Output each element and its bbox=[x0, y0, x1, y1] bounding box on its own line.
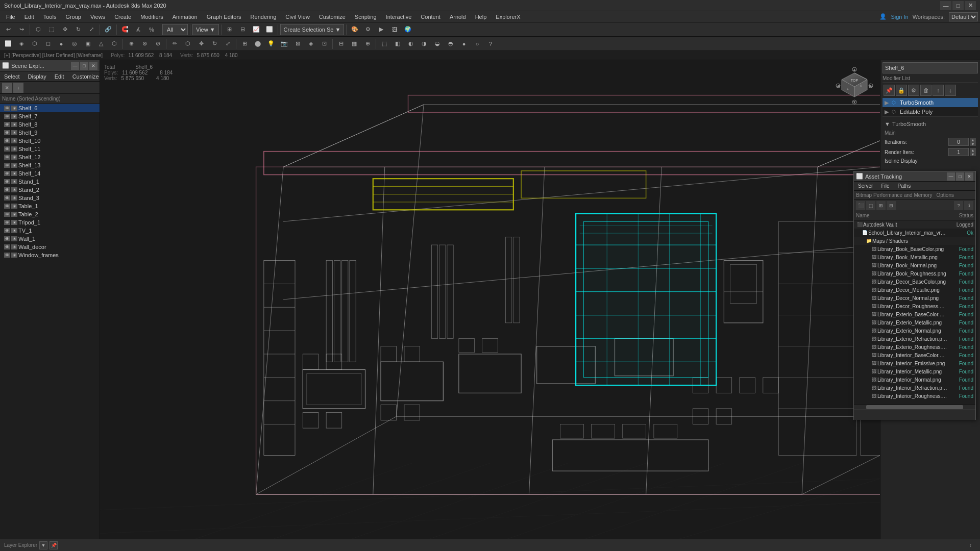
tb2-group[interactable]: ⊞ bbox=[238, 38, 251, 50]
view-button[interactable]: View ▼ bbox=[192, 24, 219, 35]
layer-explorer-arrow-btn[interactable]: ▼ bbox=[39, 541, 47, 549]
se-item-shelf-14[interactable]: 👁 ☀ Shelf_14 bbox=[0, 169, 100, 178]
tb2-v3[interactable]: ◒ bbox=[431, 38, 444, 50]
move-button[interactable]: ✥ bbox=[59, 23, 71, 36]
mod-pin-btn[interactable]: 📌 bbox=[884, 85, 895, 96]
tb2-v5[interactable]: ● bbox=[458, 38, 470, 50]
tb2-btn2[interactable]: ◈ bbox=[15, 38, 28, 50]
render-button[interactable]: ▶ bbox=[375, 23, 387, 36]
mod-down-btn[interactable]: ↓ bbox=[945, 85, 956, 96]
at-menu-file[interactable]: File bbox=[877, 182, 893, 190]
menu-help[interactable]: Help bbox=[471, 12, 491, 22]
at-search-input[interactable] bbox=[854, 410, 975, 420]
se-menu-customize[interactable]: Customize bbox=[68, 72, 103, 81]
at-item-img-7[interactable]: 🖼 Library_Decor_Normal.png Found bbox=[854, 294, 975, 302]
schematic-button[interactable]: ⬜ bbox=[263, 23, 276, 36]
tb2-wire[interactable]: ⊟ bbox=[335, 38, 347, 50]
workspace-select[interactable]: Default bbox=[949, 12, 978, 21]
select-tool-button[interactable]: ⬡ bbox=[32, 23, 44, 36]
wireframe-viewport[interactable] bbox=[100, 60, 880, 539]
viewport-navigator[interactable]: TOP L R ▲ ◀ ▶ ▼ bbox=[834, 65, 875, 106]
tb2-slate[interactable]: ⬚ bbox=[378, 38, 390, 50]
at-minimize-btn[interactable]: — bbox=[947, 172, 955, 181]
undo-button[interactable]: ↩ bbox=[2, 23, 14, 36]
select-region-button[interactable]: ⬚ bbox=[45, 23, 58, 36]
se-menu-select[interactable]: Select bbox=[0, 72, 24, 81]
at-menu-paths[interactable]: Paths bbox=[894, 182, 915, 190]
ts-iterations-input[interactable] bbox=[948, 138, 969, 146]
at-item-img-12[interactable]: 🖼 Library_Exterio_Refraction.png Found bbox=[854, 335, 975, 343]
at-maximize-btn[interactable]: □ bbox=[956, 172, 964, 181]
tb2-btn5[interactable]: ● bbox=[55, 38, 67, 50]
render-setup-button[interactable]: ⚙ bbox=[362, 23, 374, 36]
layer-explorer-pin-btn[interactable]: 📌 bbox=[50, 541, 58, 549]
tb2-help[interactable]: ? bbox=[484, 38, 497, 50]
menu-graph-editors[interactable]: Graph Editors bbox=[203, 12, 246, 22]
menu-animation[interactable]: Animation bbox=[168, 12, 202, 22]
se-item-stand-1[interactable]: 👁 ☀ Stand_1 bbox=[0, 178, 100, 186]
asset-tracking-list[interactable]: ⬛ Autodesk Vault Logged 📄 School_Library… bbox=[854, 220, 975, 404]
layer-dropdown[interactable]: All bbox=[162, 24, 188, 35]
mod-item-editable-poly[interactable]: ▶ ⬡ Editable Poly bbox=[883, 107, 978, 116]
at-menu-server[interactable]: Server bbox=[854, 182, 877, 190]
menu-arnold[interactable]: Arnold bbox=[446, 12, 470, 22]
minimize-button[interactable]: — bbox=[940, 1, 951, 10]
scene-explorer-minimize[interactable]: — bbox=[71, 62, 79, 70]
menu-group[interactable]: Group bbox=[61, 12, 85, 22]
redo-button[interactable]: ↪ bbox=[15, 23, 28, 36]
ts-iter-up[interactable]: ▲ bbox=[970, 138, 976, 142]
menu-content[interactable]: Content bbox=[416, 12, 445, 22]
at-item-img-1[interactable]: 🖼 Library_Book_BaseColor.png Found bbox=[854, 245, 975, 253]
at-item-img-11[interactable]: 🖼 Library_Exterio_Normal.png Found bbox=[854, 327, 975, 335]
at-tb-help[interactable]: ? bbox=[954, 201, 963, 210]
menu-explorerx[interactable]: ExplorerX bbox=[492, 12, 524, 22]
mod-item-turbosmooth[interactable]: ▶ ⬡ TurboSmooth bbox=[883, 98, 978, 107]
tb2-paint[interactable]: ✏ bbox=[168, 38, 181, 50]
se-item-stand-3[interactable]: 👁 ☀ Stand_3 bbox=[0, 194, 100, 202]
tb2-unlink[interactable]: ⊘ bbox=[152, 38, 164, 50]
scene-explorer-list[interactable]: 👁 ☀ Shelf_6 👁 ☀ Shelf_7 👁 ☀ Shelf_8 👁 ☀ bbox=[0, 104, 100, 539]
ts-ri-up[interactable]: ▲ bbox=[970, 148, 976, 152]
at-item-img-17[interactable]: 🖼 Library_Interior_Normal.png Found bbox=[854, 375, 975, 384]
mod-configure-btn[interactable]: ⚙ bbox=[908, 85, 919, 96]
se-item-tv-1[interactable]: 👁 ☀ TV_1 bbox=[0, 227, 100, 235]
mod-up-btn[interactable]: ↑ bbox=[933, 85, 944, 96]
se-menu-display[interactable]: Display bbox=[24, 72, 51, 81]
tb2-btn6[interactable]: ◎ bbox=[68, 38, 81, 50]
asset-tracking-scrollbar[interactable] bbox=[854, 404, 975, 409]
tb2-plus[interactable]: ⊕ bbox=[125, 38, 137, 50]
tb2-geo[interactable]: ⬤ bbox=[252, 38, 264, 50]
at-item-img-3[interactable]: 🖼 Library_Book_Normal.png Found bbox=[854, 261, 975, 269]
at-item-img-4[interactable]: 🖼 Library_Book_Roughness.png Found bbox=[854, 269, 975, 278]
menu-interactive[interactable]: Interactive bbox=[382, 12, 416, 22]
at-tb-btn2[interactable]: ⬚ bbox=[866, 201, 875, 210]
align-button[interactable]: ⊟ bbox=[237, 23, 249, 36]
tb2-btn9[interactable]: ⬡ bbox=[108, 38, 120, 50]
menu-civil-view[interactable]: Civil View bbox=[281, 12, 313, 22]
ts-ri-down[interactable]: ▼ bbox=[970, 152, 976, 156]
se-item-wall-decor[interactable]: 👁 ☀ Wall_decor bbox=[0, 243, 100, 251]
tb2-cam[interactable]: 📷 bbox=[278, 38, 290, 50]
at-item-img-14[interactable]: 🖼 Library_Interior_BaseColor.png Found bbox=[854, 351, 975, 359]
at-tb-btn1[interactable]: ⬛ bbox=[856, 201, 865, 210]
tb2-v6[interactable]: ○ bbox=[471, 38, 483, 50]
tb2-btn8[interactable]: △ bbox=[95, 38, 107, 50]
ts-iter-down[interactable]: ▼ bbox=[970, 142, 976, 146]
tb2-link[interactable]: ⊗ bbox=[138, 38, 151, 50]
tb2-btn1[interactable]: ⬜ bbox=[2, 38, 14, 50]
menu-rendering[interactable]: Rendering bbox=[247, 12, 281, 22]
mod-lock-btn[interactable]: 🔒 bbox=[896, 85, 907, 96]
se-item-table-1[interactable]: 👁 ☀ Table_1 bbox=[0, 202, 100, 210]
at-item-vault[interactable]: ⬛ Autodesk Vault Logged bbox=[854, 220, 975, 229]
tb2-mat[interactable]: ▦ bbox=[348, 38, 360, 50]
at-item-img-19[interactable]: 🖼 Library_Interior_Roughness.png Found bbox=[854, 392, 975, 400]
se-item-wall-1[interactable]: 👁 ☀ Wall_1 bbox=[0, 235, 100, 243]
menu-file[interactable]: File bbox=[2, 12, 19, 22]
at-tb-info[interactable]: ℹ bbox=[964, 201, 973, 210]
se-item-shelf-13[interactable]: 👁 ☀ Shelf_13 bbox=[0, 161, 100, 169]
scene-explorer-close[interactable]: ✕ bbox=[89, 62, 97, 70]
tb2-v4[interactable]: ◓ bbox=[445, 38, 457, 50]
at-item-img-15[interactable]: 🖼 Library_Interior_Emissive.png Found bbox=[854, 359, 975, 367]
sign-in-label[interactable]: Sign In bbox=[891, 14, 908, 20]
snap-percent[interactable]: % bbox=[145, 23, 158, 36]
